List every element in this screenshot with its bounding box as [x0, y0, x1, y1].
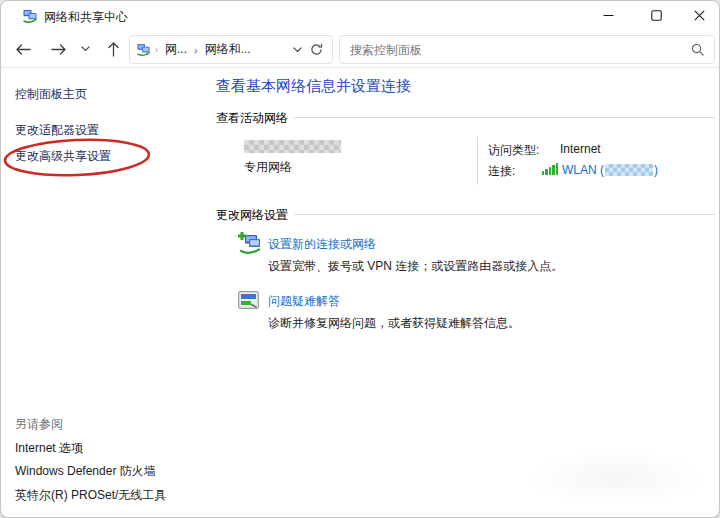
forward-button[interactable] — [47, 39, 71, 59]
breadcrumb-separator: › — [190, 44, 202, 56]
sidebar-item-internet-options[interactable]: Internet 选项 — [15, 440, 83, 457]
column-divider — [477, 137, 478, 185]
troubleshoot-icon[interactable] — [238, 291, 259, 310]
breadcrumb-root[interactable]: 网... — [162, 41, 190, 58]
recent-locations-button[interactable] — [77, 42, 93, 56]
new-connection-icon[interactable] — [237, 231, 261, 256]
arrow-up-icon — [107, 41, 120, 57]
search-box[interactable] — [339, 35, 715, 64]
chevron-down-icon — [81, 46, 90, 52]
search-icon — [691, 43, 704, 56]
up-button[interactable] — [102, 39, 124, 59]
setup-new-connection-description: 设置宽带、拨号或 VPN 连接；或设置路由器或接入点。 — [268, 258, 563, 275]
sidebar-item-defender-firewall[interactable]: Windows Defender 防火墙 — [15, 463, 156, 480]
setup-new-connection-link[interactable]: 设置新的连接或网络 — [268, 236, 376, 253]
sidebar-item-intel-proset[interactable]: 英特尔(R) PROSet/无线工具 — [15, 487, 166, 504]
watermark — [526, 449, 706, 507]
breadcrumb-separator: › — [151, 45, 162, 55]
section-divider — [294, 214, 715, 215]
see-also-heading: 另请参阅 — [15, 416, 63, 433]
title-bar: 网络和共享中心 — [1, 1, 720, 31]
address-bar[interactable]: › 网... › 网络和... — [129, 35, 333, 64]
section-divider — [294, 117, 715, 118]
connections-label: 连接: — [488, 163, 515, 180]
wifi-signal-icon — [542, 163, 558, 175]
arrow-right-icon — [51, 43, 67, 56]
arrow-left-icon — [15, 43, 31, 56]
search-input[interactable] — [350, 43, 691, 57]
wlan-connection-link[interactable]: WLAN ( ) — [562, 163, 658, 177]
refresh-button[interactable] — [306, 41, 326, 59]
change-settings-section-title: 更改网络设置 — [216, 207, 288, 224]
address-dropdown-button[interactable] — [288, 41, 306, 59]
wlan-name-redacted — [605, 164, 653, 176]
network-name-redacted — [244, 140, 341, 153]
wlan-link-suffix[interactable]: ) — [654, 163, 658, 177]
back-button[interactable] — [11, 39, 35, 59]
network-sharing-center-icon — [136, 42, 151, 57]
wlan-link-prefix[interactable]: WLAN ( — [562, 163, 604, 177]
breadcrumb-current[interactable]: 网络和... — [202, 41, 254, 58]
network-sharing-center-window: 网络和共享中心 — [0, 0, 720, 518]
red-circle-annotation — [1, 135, 159, 181]
access-type-label: 访问类型: — [488, 142, 539, 159]
minimize-button[interactable] — [593, 2, 623, 29]
window-title: 网络和共享中心 — [44, 9, 128, 26]
chevron-down-icon — [293, 47, 302, 53]
maximize-button[interactable] — [641, 2, 671, 29]
active-networks-section-title: 查看活动网络 — [216, 110, 288, 127]
network-sharing-center-icon — [22, 8, 38, 24]
navigation-bar: › 网... › 网络和... — [1, 31, 720, 68]
refresh-icon — [310, 43, 323, 56]
page-title: 查看基本网络信息并设置连接 — [216, 77, 411, 96]
sidebar-item-control-panel-home[interactable]: 控制面板主页 — [15, 86, 87, 103]
access-type-value: Internet — [560, 142, 601, 156]
troubleshoot-description: 诊断并修复网络问题，或者获得疑难解答信息。 — [268, 315, 520, 332]
troubleshoot-link[interactable]: 问题疑难解答 — [268, 293, 340, 310]
network-type-label: 专用网络 — [244, 159, 292, 176]
close-button[interactable] — [684, 2, 714, 29]
